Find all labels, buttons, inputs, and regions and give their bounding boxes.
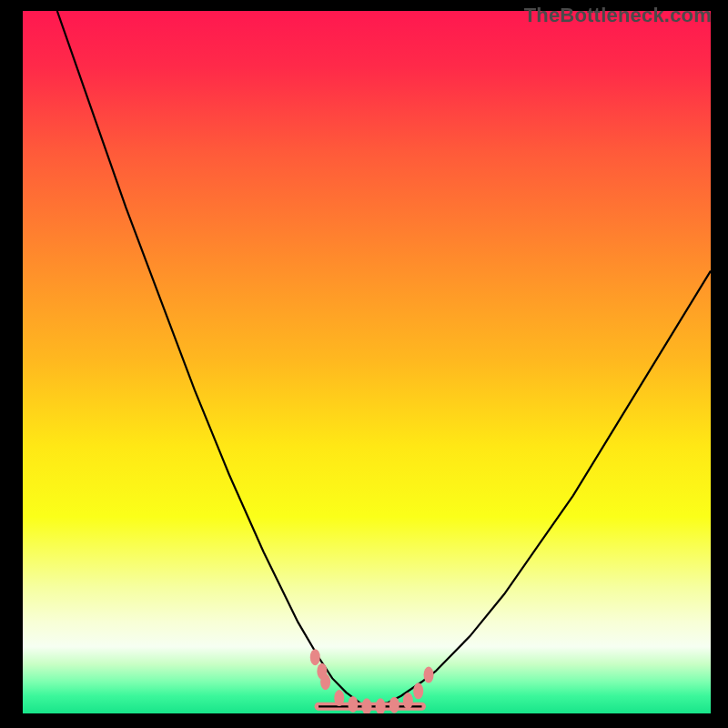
- curve-right-branch: [367, 271, 711, 707]
- marker-2: [320, 673, 330, 690]
- chart-frame: TheBottleneck.com: [0, 0, 728, 728]
- curve-left-branch: [57, 11, 367, 706]
- marker-5: [361, 698, 371, 713]
- marker-4: [348, 696, 358, 713]
- marker-9: [413, 682, 423, 699]
- watermark-text: TheBottleneck.com: [524, 4, 712, 27]
- marker-10: [424, 667, 434, 683]
- plot-area: [23, 11, 711, 713]
- marker-3: [334, 690, 344, 706]
- curve-layer: [23, 11, 711, 713]
- marker-0: [310, 649, 320, 665]
- marker-7: [389, 697, 399, 713]
- marker-8: [403, 693, 413, 709]
- marker-6: [376, 698, 386, 713]
